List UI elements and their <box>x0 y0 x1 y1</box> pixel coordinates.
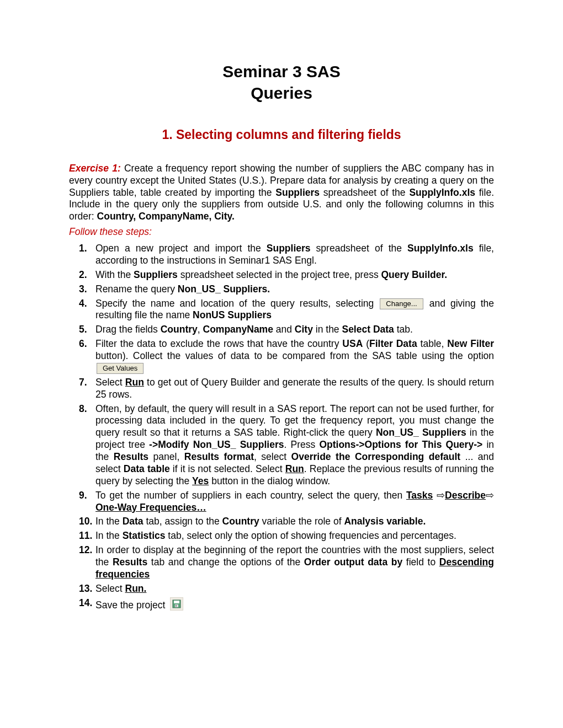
document-title: Seminar 3 SAS Queries <box>69 61 494 104</box>
save-icon <box>170 597 183 611</box>
get-values-button[interactable]: Get Values <box>97 363 144 374</box>
svg-rect-1 <box>174 601 179 603</box>
step-2: 2. With the Suppliers spreadsheet select… <box>79 269 494 281</box>
step-6: 6. Filter the data to exclude the rows t… <box>79 338 494 374</box>
step-11: 11. In the Statistics tab, select only t… <box>79 530 494 542</box>
exercise-label: Exercise 1: <box>69 163 121 174</box>
step-1: 1. Open a new project and import the Sup… <box>79 243 494 267</box>
svg-rect-3 <box>176 605 177 607</box>
section-heading: 1. Selecting columns and filtering field… <box>69 127 494 143</box>
arrow-right-icon: ⇨ <box>486 490 494 501</box>
step-10: 10. In the Data tab, assign to the Count… <box>79 516 494 528</box>
step-3: 3. Rename the query Non_US_ Suppliers. <box>79 283 494 296</box>
step-4: 4. Specify the name and location of the … <box>79 298 494 322</box>
step-7: 7. Select Run to get out of Query Builde… <box>79 377 494 401</box>
document-page: Seminar 3 SAS Queries 1. Selecting colum… <box>0 0 563 728</box>
exercise-intro: Exercise 1: Create a frequency report sh… <box>69 163 494 223</box>
arrow-right-icon: ⇨ <box>433 490 445 501</box>
step-9: 9. To get the number of suppliers in eac… <box>79 490 494 514</box>
steps-list: 1. Open a new project and import the Sup… <box>69 243 494 612</box>
follow-steps-label: Follow these steps: <box>69 226 494 238</box>
step-13: 13. Select Run. <box>79 583 494 595</box>
step-5: 5. Drag the fields Country, CompanyName … <box>79 324 494 336</box>
title-line-1: Seminar 3 SAS <box>222 62 340 81</box>
step-8: 8. Often, by default, the query will res… <box>79 403 494 488</box>
step-12: 12. In order to display at the beginning… <box>79 544 494 581</box>
step-14: 14. Save the project <box>79 597 494 612</box>
title-line-2: Queries <box>251 84 312 102</box>
change-button[interactable]: Change... <box>380 298 423 309</box>
